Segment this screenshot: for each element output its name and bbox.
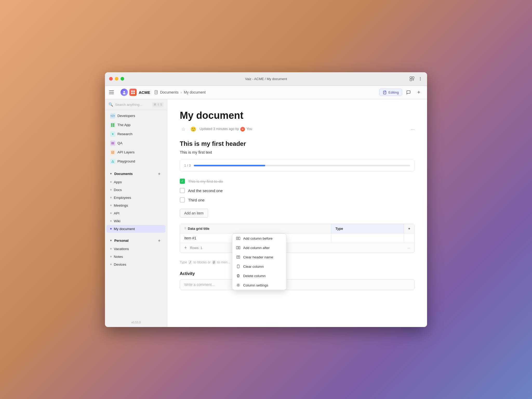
the-app-icon (110, 122, 115, 128)
star-button[interactable]: ☆ (180, 126, 187, 133)
context-menu-clear-header[interactable]: Clear header name (232, 252, 286, 262)
grid-add-row-button[interactable]: + (184, 245, 187, 251)
sidebar-item-notes[interactable]: Notes (107, 253, 165, 260)
sidebar-item-playground[interactable]: Playground (107, 157, 165, 166)
personal-section-label: Personal (114, 239, 129, 243)
context-menu-label: Column settings (243, 283, 268, 287)
sidebar-item-api[interactable]: API (107, 210, 165, 217)
sidebar-documents-section: ▾ Documents + Apps Docs Employees (105, 167, 167, 234)
clear-header-icon (236, 255, 241, 259)
close-button[interactable] (109, 77, 113, 81)
type-word: Type (180, 260, 188, 264)
documents-add-button[interactable]: + (157, 171, 162, 176)
sidebar-item-vacations[interactable]: Vacations (107, 245, 165, 253)
grid-add-col-button[interactable]: + (404, 224, 414, 233)
svg-rect-26 (237, 256, 240, 258)
add-button[interactable]: + (415, 88, 423, 96)
grid-col-type[interactable]: Type (331, 224, 404, 233)
todo-text-3: Third one (188, 198, 204, 202)
context-menu: Add column before Add column after (232, 233, 287, 290)
todo-checkbox-2[interactable] (180, 188, 185, 193)
editing-badge[interactable]: Editing (379, 89, 402, 96)
sidebar-item-label: Apps (114, 180, 122, 184)
doc-meta: ☆ 🙂 Updated 3 minutes ago by ● You ··· (180, 126, 415, 133)
search-shortcut: ⌘ ⇧ S (152, 102, 163, 107)
svg-point-28 (238, 285, 239, 286)
headerbar: ACME Documents › My document Editing (105, 86, 427, 99)
workspace-avatar (121, 89, 128, 96)
svg-point-7 (123, 93, 125, 94)
titlebar: Vaiz - ACME / My document (105, 72, 427, 86)
svg-rect-24 (236, 246, 238, 249)
svg-point-5 (420, 80, 421, 81)
sidebar-item-my-document[interactable]: My document (107, 225, 165, 233)
collapse-icon[interactable]: ▾ (110, 172, 112, 175)
activity-title: Activity (180, 271, 415, 276)
sidebar: 🔍 Search anything... ⌘ ⇧ S </> Developer… (105, 99, 167, 327)
todo-item-3: Third one (180, 195, 415, 205)
context-menu-add-col-before[interactable]: Add column before (232, 234, 286, 243)
grid-footer-more-button[interactable]: ··· (407, 246, 410, 250)
extension-icon[interactable] (409, 76, 415, 81)
doc-more-button[interactable]: ··· (411, 127, 415, 132)
sidebar-item-qa[interactable]: QA (107, 139, 165, 148)
maximize-button[interactable] (121, 77, 124, 81)
version-label: v0.53.0 (105, 318, 167, 327)
todo-list: ✓ This is my first to-do And the second … (180, 176, 415, 205)
context-menu-label: Delete column (243, 274, 265, 278)
sidebar-item-developers[interactable]: </> Developers (107, 112, 165, 120)
traffic-lights (109, 77, 124, 81)
context-menu-add-col-after[interactable]: Add column after (232, 243, 286, 252)
context-menu-clear-col[interactable]: Clear column (232, 262, 286, 271)
sidebar-item-employees[interactable]: Employees (107, 194, 165, 201)
context-menu-col-settings[interactable]: Column settings (232, 280, 286, 290)
more-icon[interactable] (418, 76, 423, 81)
sidebar-item-the-app[interactable]: The App (107, 121, 165, 129)
research-icon: ✦ (110, 132, 115, 137)
dot-icon (110, 248, 112, 250)
doc-heading-1: This is my first header (180, 140, 415, 147)
context-menu-label: Add column after (243, 246, 270, 250)
comment-input[interactable]: Write a comment... (180, 279, 415, 290)
sidebar-item-label: Docs (114, 188, 122, 192)
data-grid: ⠿ Data grid title Type + (180, 224, 414, 243)
type-blocks-text: to blocks or (194, 260, 212, 264)
todo-checkbox-3[interactable] (180, 197, 185, 202)
comment-button[interactable] (404, 88, 413, 96)
context-menu-label: Clear column (243, 265, 264, 269)
sidebar-item-label: Meetings (114, 204, 128, 207)
minimize-button[interactable] (115, 77, 118, 81)
sidebar-item-label: Playground (117, 159, 135, 163)
search-bar[interactable]: 🔍 Search anything... ⌘ ⇧ S (105, 99, 167, 110)
breadcrumb-documents[interactable]: Documents (154, 90, 178, 94)
svg-rect-0 (410, 77, 412, 79)
todo-checkbox-1[interactable]: ✓ (180, 179, 185, 184)
sidebar-item-label: Research (117, 132, 132, 136)
app-window: Vaiz - ACME / My document (105, 72, 427, 327)
sidebar-item-api-layers[interactable]: API Layers (107, 148, 165, 157)
sidebar-item-label: Vacations (114, 247, 129, 251)
grid-col-title[interactable]: ⠿ Data grid title (180, 224, 331, 233)
sidebar-item-devices[interactable]: Devices (107, 261, 165, 268)
hamburger-button[interactable] (109, 88, 117, 96)
sidebar-item-research[interactable]: ✦ Research (107, 130, 165, 139)
sidebar-item-docs[interactable]: Docs (107, 186, 165, 194)
qa-icon (110, 141, 115, 146)
svg-rect-16 (111, 125, 112, 127)
progress-block: 1 / 3 (180, 160, 415, 171)
emoji-button[interactable]: 🙂 (190, 126, 197, 133)
add-item-button[interactable]: Add an item (180, 209, 208, 218)
breadcrumb-separator: › (181, 90, 182, 94)
sidebar-item-apps[interactable]: Apps (107, 178, 165, 186)
svg-rect-11 (133, 93, 135, 94)
context-menu-delete-col[interactable]: Delete column (232, 271, 286, 280)
sidebar-item-label: My document (114, 227, 135, 231)
svg-point-4 (420, 79, 421, 79)
sidebar-item-label: API (114, 211, 119, 215)
personal-add-button[interactable]: + (157, 238, 162, 243)
sidebar-item-wiki[interactable]: Wiki (107, 217, 165, 225)
collapse-icon[interactable]: ▾ (110, 239, 112, 242)
svg-rect-27 (237, 265, 239, 268)
sidebar-item-meetings[interactable]: Meetings (107, 202, 165, 209)
col-settings-icon (236, 283, 241, 287)
